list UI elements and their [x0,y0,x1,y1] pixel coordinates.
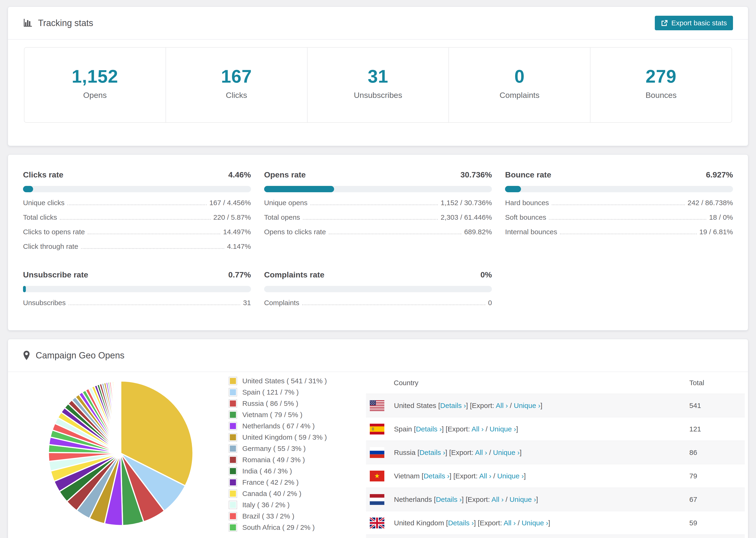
country-flag-icon [370,447,384,458]
legend-swatch [229,445,237,452]
rate-progress-bar [264,286,492,292]
rates-grid: Clicks rate 4.46% Unique clicks 167 / 4.… [23,170,733,307]
details-link[interactable]: Details › [416,425,442,433]
export-button-label: Export basic stats [671,19,727,27]
legend-swatch [229,422,237,430]
details-link[interactable]: Details › [440,402,466,409]
legend-item[interactable]: South Africa ( 29 / 2% ) [229,523,366,532]
stat-value: 167 [166,66,307,87]
stat-label: Unsubscribes [307,91,449,100]
export-unique-link[interactable]: Unique › [490,425,516,433]
export-all-link[interactable]: All › [479,472,491,480]
export-unique-link[interactable]: Unique › [510,496,536,503]
stat-value: 31 [307,66,449,87]
rate-header: Complaints rate 0% [264,270,492,279]
country-cell-text: Russia [Details ›] [Export: All › / Uniq… [394,449,522,457]
rate-detail-rows: Hard bounces 242 / 86.738% Soft bounces … [505,199,733,236]
page-title: Tracking stats [23,18,93,28]
country-flag-icon [370,494,384,505]
legend-item[interactable]: France ( 42 / 2% ) [229,478,366,487]
rate-title: Bounce rate [505,170,551,179]
rate-detail-row: Internal bounces 19 / 6.81% [505,228,733,236]
export-all-link[interactable]: All › [471,425,484,433]
detail-label: Total opens [264,213,300,221]
legend-item[interactable]: Canada ( 40 / 2% ) [229,489,366,498]
detail-value: 167 / 4.456% [209,199,251,207]
legend-swatch [229,411,237,418]
rate-detail-rows: Unsubscribes 31 [23,299,251,307]
rate-detail-row: Unique opens 1,152 / 30.736% [264,199,492,207]
details-link[interactable]: Details › [419,449,445,456]
rate-section: Bounce rate 6.927% Hard bounces 242 / 86… [505,170,733,250]
detail-label: Unique opens [264,199,307,207]
legend-swatch [229,512,237,520]
country-flag-icon [370,424,384,435]
rate-progress-fill [23,186,33,192]
country-total: 121 [689,417,745,441]
export-label: Export: [472,402,494,409]
legend-item[interactable]: Netherlands ( 67 / 4% ) [229,422,366,430]
dotted-leader [552,204,685,205]
export-basic-stats-button[interactable]: Export basic stats [655,16,733,30]
detail-value: 1,152 / 30.736% [441,199,492,207]
legend-item[interactable]: Brazil ( 33 / 2% ) [229,512,366,520]
export-label: Export: [448,425,470,433]
campaign-stats-page: Tracking stats Export basic stats 1,152 … [8,7,748,538]
country-flag-icon [370,471,384,481]
geo-opens-card: Campaign Geo Opens United States ( 541 /… [8,339,748,538]
rate-detail-row: Clicks to opens rate 14.497% [23,228,251,236]
legend-item[interactable]: United Kingdom ( 59 / 3% ) [229,433,366,442]
detail-label: Unsubscribes [23,299,66,307]
country-total: 79 [689,464,745,488]
dotted-leader [549,219,706,220]
legend-label: South Africa ( 29 / 2% ) [242,523,315,531]
country-total: 541 [689,394,745,417]
export-label: Export: [468,496,490,503]
summary-stat-box: 167 Clicks [166,48,307,122]
geo-table-row: Vietnam [Details ›] [Export: All › / Uni… [366,464,745,488]
country-total: 59 [689,511,745,535]
legend-label: Romania ( 49 / 3% ) [242,456,305,464]
country-name: Vietnam [394,472,420,480]
legend-swatch [229,467,237,475]
export-unique-link[interactable]: Unique › [493,449,519,456]
legend-label: Germany ( 55 / 3% ) [242,445,306,453]
legend-item[interactable]: India ( 46 / 3% ) [229,467,366,475]
legend-item[interactable]: Romania ( 49 / 3% ) [229,456,366,464]
legend-item[interactable]: Italy ( 36 / 2% ) [229,501,366,509]
legend-label: Italy ( 36 / 2% ) [242,501,290,509]
detail-label: Unique clicks [23,199,65,207]
rate-section: Opens rate 30.736% Unique opens 1,152 / … [264,170,492,250]
export-unique-link[interactable]: Unique › [522,519,548,527]
export-unique-link[interactable]: Unique › [497,472,524,480]
export-all-link[interactable]: All › [491,496,504,503]
legend-item[interactable]: United States ( 541 / 31% ) [229,377,366,385]
export-icon [661,20,668,27]
country-cell-text: United States [Details ›] [Export: All ›… [394,402,542,409]
geo-pie-chart[interactable] [43,376,198,531]
pie-legend: United States ( 541 / 31% ) Spain ( 121 … [229,377,366,538]
rate-header: Clicks rate 4.46% [23,170,251,179]
country-name: Netherlands [394,496,432,503]
legend-item[interactable]: Germany ( 55 / 3% ) [229,444,366,453]
export-all-link[interactable]: All › [496,402,508,409]
dotted-leader [329,234,461,234]
country-cell-text: Vietnam [Details ›] [Export: All › / Uni… [394,472,526,480]
export-all-link[interactable]: All › [504,519,516,527]
details-link[interactable]: Details › [423,472,449,480]
stat-label: Opens [25,91,166,100]
legend-item[interactable]: Spain ( 121 / 7% ) [229,388,366,397]
rate-progress-fill [505,186,521,192]
rate-detail-row: Total clicks 220 / 5.87% [23,213,251,221]
details-link[interactable]: Details › [436,496,461,503]
detail-label: Soft bounces [505,213,546,221]
summary-stat-box: 31 Unsubscribes [307,48,449,122]
rate-detail-row: Complaints 0 [264,299,492,307]
export-all-link[interactable]: All › [475,449,487,456]
legend-item[interactable]: Russia ( 86 / 5% ) [229,399,366,408]
details-link[interactable]: Details › [448,519,474,527]
country-name: Spain [394,425,412,433]
export-unique-link[interactable]: Unique › [514,402,540,409]
legend-item[interactable]: Vietnam ( 79 / 5% ) [229,410,366,419]
stat-value: 0 [449,66,590,87]
